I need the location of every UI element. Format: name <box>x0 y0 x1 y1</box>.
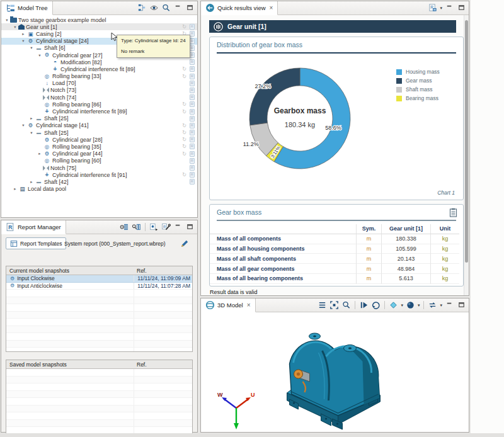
empty-snapshot-row <box>6 326 192 334</box>
tree-item-label: Notch [75] <box>49 165 76 171</box>
close-tab-icon[interactable]: × <box>270 4 273 11</box>
tab-3d-model[interactable]: 3D Model × <box>201 298 256 312</box>
expand-arrow-icon[interactable]: ▸ <box>28 116 35 121</box>
report-settings-icon[interactable]: R <box>161 222 171 232</box>
modification-icon: ◓ <box>51 59 59 65</box>
empty-snapshot-row <box>6 406 192 413</box>
collapse-arrow-icon[interactable]: ▾ <box>28 45 35 50</box>
tree-item[interactable]: ▾Two stage gearbox example model <box>1 16 197 23</box>
search-icon[interactable] <box>341 300 351 310</box>
scrollbar-thumb[interactable] <box>465 20 468 263</box>
tree-item[interactable]: ▾⚙Cylindrical stage [41]↻R <box>1 122 197 129</box>
fit-view-icon[interactable] <box>329 300 339 310</box>
copy-table-icon[interactable] <box>449 208 457 217</box>
collapse-arrow-icon[interactable]: ▾ <box>20 123 26 128</box>
donut-center-label: Gearbox mass <box>274 106 326 115</box>
vertical-scrollbar[interactable] <box>464 15 469 295</box>
expand-arrow-icon[interactable]: ▸ <box>37 151 43 156</box>
tree-item[interactable]: Notch [75]R <box>1 164 197 171</box>
close-tab-icon[interactable]: × <box>247 302 251 309</box>
tree-item[interactable]: ▸▬Shaft [42]R <box>1 178 197 185</box>
quick-results-tabbar: Quick results view × R ▾ <box>201 1 469 15</box>
maximize-panel-icon[interactable] <box>185 3 195 13</box>
link-with-editor-icon[interactable] <box>137 3 147 13</box>
collapse-arrow-icon[interactable]: ▾ <box>28 130 35 135</box>
tree-item[interactable]: ↓Load [70]R <box>1 80 197 87</box>
tree-item-label: Rolling bearing [33] <box>51 73 101 79</box>
expand-arrow-icon[interactable]: ▸ <box>28 179 35 184</box>
tree-item[interactable]: ◓Modification [82]R <box>1 59 197 65</box>
collapse-arrow-icon[interactable]: ▾ <box>20 38 26 43</box>
view-orientation-icon[interactable] <box>389 300 398 310</box>
results-view-mode-icon[interactable]: R <box>428 3 437 13</box>
eye-icon[interactable] <box>149 3 159 13</box>
minimize-panel-icon[interactable] <box>445 300 454 310</box>
tree-item[interactable]: ◎Rolling bearing [86]↻R <box>1 101 197 108</box>
empty-snapshot-row <box>6 369 192 377</box>
model-3d-viewport[interactable]: W U <box>201 312 469 432</box>
tree-item[interactable]: Notch [73]R <box>1 87 197 94</box>
dropdown-caret-icon[interactable]: ▾ <box>418 303 420 308</box>
dropdown-caret-icon[interactable]: ▾ <box>440 6 442 11</box>
legend-item: Bearing mass <box>396 94 440 103</box>
tab-model-tree[interactable]: Model Tree <box>1 1 53 15</box>
bearing-icon: ◎ <box>43 102 51 108</box>
maximize-panel-icon[interactable] <box>185 222 195 232</box>
scene-tree-icon[interactable] <box>318 300 327 310</box>
collapse-arrow-icon[interactable]: ▾ <box>12 25 18 30</box>
report-templates-button[interactable]: Report Templates <box>6 237 66 249</box>
gearbox-3d-model[interactable] <box>282 330 386 431</box>
tree-item[interactable]: ▾▬Shaft [25]↻R <box>1 129 197 136</box>
tree-item[interactable]: ◎Rolling bearing [33]↻R <box>1 73 197 80</box>
tree-item[interactable]: +Cylindrical interference fit [89]↻R <box>1 65 197 72</box>
tree-item[interactable]: ◎Rolling bearing [35]↻R <box>1 143 197 150</box>
reset-rotation-icon[interactable] <box>371 300 381 310</box>
tree-item[interactable]: ◎Rolling bearing [60]R <box>1 157 197 164</box>
tree-item[interactable]: ⚙Cylindrical gear [28]↻R <box>1 136 197 143</box>
tooltip-remark-line: No remark <box>121 48 186 54</box>
tree-item[interactable]: ▸⚙Cylindrical gear [44]↻R <box>1 150 197 157</box>
snapshot-search-icon[interactable] <box>132 222 141 232</box>
tree-item-label: Rolling bearing [86] <box>51 101 101 108</box>
empty-cell <box>134 341 192 348</box>
edit-report-button[interactable] <box>178 238 191 249</box>
minimize-panel-icon[interactable] <box>445 3 454 13</box>
expand-arrow-icon[interactable]: ▸ <box>20 31 26 37</box>
load-icon: ↓ <box>43 81 51 86</box>
collapse-arrow-icon[interactable]: ▾ <box>4 18 10 23</box>
tree-item[interactable]: Notch [74]R <box>1 94 197 101</box>
maximize-panel-icon[interactable] <box>457 3 466 13</box>
sync-view-icon[interactable] <box>428 300 437 310</box>
dropdown-caret-icon[interactable]: ▾ <box>440 303 442 308</box>
dropdown-caret-icon[interactable]: ▾ <box>401 303 403 308</box>
tree-item-badges: ↻R <box>182 143 195 150</box>
tree-item[interactable]: +Cylindrical interference fit [89]↻R <box>1 108 197 115</box>
snapshot-row[interactable]: ⚙Input Anticlockwise11/11/24, 11:07:28 A… <box>6 283 192 290</box>
export-report-icon[interactable] <box>149 222 159 232</box>
tree-item[interactable]: ▸▬Shaft [25]R <box>1 115 197 122</box>
tree-item[interactable]: +Cylindrical interference fit [91]↻R <box>1 171 197 178</box>
collapse-arrow-icon[interactable]: ▾ <box>37 53 43 58</box>
tree-item[interactable]: ▾Gear unit [1]↻R <box>1 23 197 30</box>
report-badge-icon: R <box>190 38 195 44</box>
snapshot-settings-icon[interactable] <box>120 222 129 232</box>
search-icon[interactable] <box>161 3 171 13</box>
tree-item[interactable]: ▸▤Local data pool <box>1 186 197 193</box>
play-animation-icon[interactable] <box>359 300 369 310</box>
maximize-panel-icon[interactable] <box>457 300 466 310</box>
expand-arrow-icon[interactable]: ▸ <box>12 186 18 191</box>
minimize-panel-icon[interactable] <box>173 222 183 232</box>
snapshot-name: ⚙Input Clockwise <box>6 275 134 281</box>
current-snapshots-table: Current model snapshotsRef.⚙Input Clockw… <box>6 266 193 352</box>
mass-row-symbol: m <box>356 264 381 274</box>
empty-cell <box>134 312 192 319</box>
snapshot-row[interactable]: ⚙Input Clockwise11/11/24, 11:09:09 AM <box>6 275 192 283</box>
tab-quick-results[interactable]: Quick results view × <box>201 1 278 15</box>
tab-report-manager[interactable]: R Report Manager <box>1 220 66 234</box>
tree-item-label: Shaft [42] <box>43 179 69 185</box>
render-mode-icon[interactable] <box>406 300 415 310</box>
mass-row-unit: kg <box>430 234 459 244</box>
gear-unit-header: Gear unit [1] <box>209 20 456 33</box>
minimize-panel-icon[interactable] <box>173 3 183 13</box>
legend-label: Shaft mass <box>406 86 433 93</box>
